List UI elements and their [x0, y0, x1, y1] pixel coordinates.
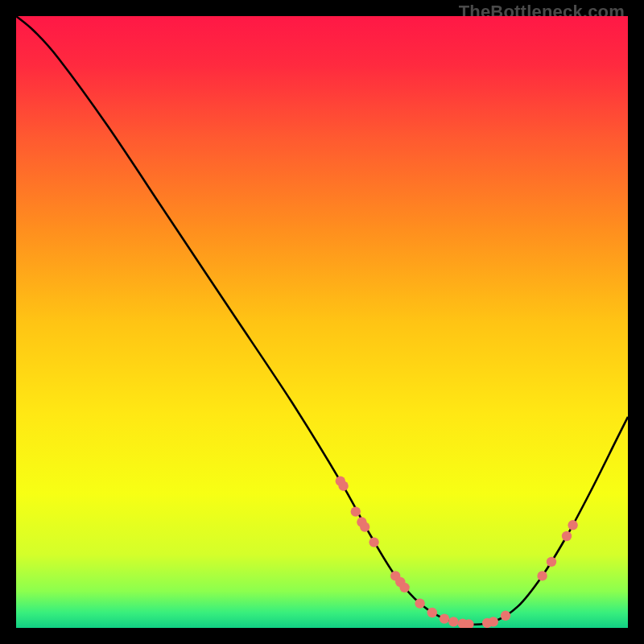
- data-marker: [399, 583, 409, 592]
- data-marker: [440, 613, 449, 623]
- data-marker: [351, 506, 361, 516]
- data-marker: [562, 531, 572, 541]
- data-marker: [568, 520, 577, 530]
- gradient-background: [16, 16, 628, 628]
- data-marker: [415, 598, 424, 608]
- data-marker: [448, 617, 458, 626]
- bottleneck-chart: [16, 16, 628, 628]
- data-marker: [501, 611, 510, 621]
- data-marker: [547, 557, 556, 567]
- data-marker: [489, 617, 498, 626]
- data-marker: [427, 608, 437, 617]
- data-marker: [369, 537, 378, 547]
- chart-frame: [16, 16, 628, 628]
- data-marker: [338, 481, 348, 490]
- data-marker: [360, 522, 369, 531]
- data-marker: [537, 571, 547, 580]
